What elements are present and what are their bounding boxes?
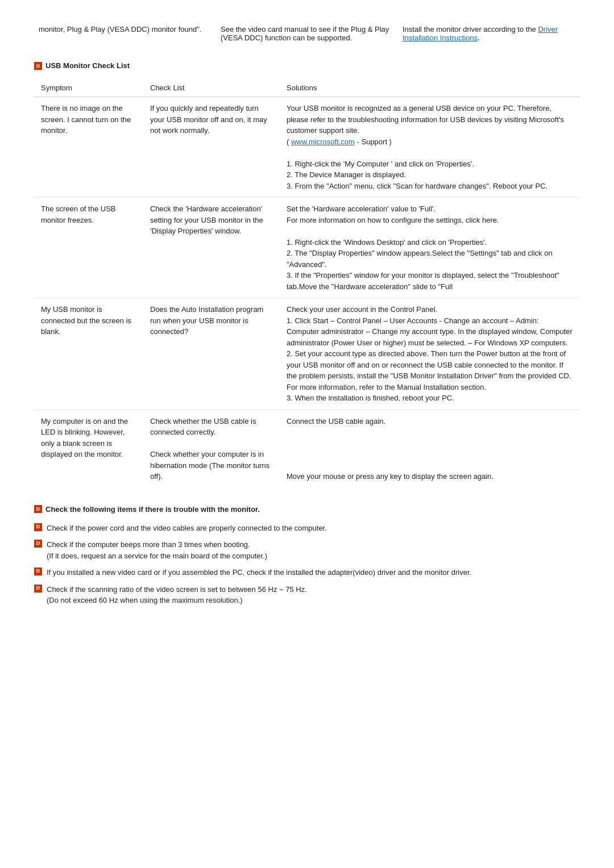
col-header-solutions: Solutions	[280, 79, 580, 97]
checklist-cell: Check whether the USB cable is connected…	[143, 410, 280, 488]
table-row: The screen of the USB monitor freezes.Ch…	[34, 198, 580, 298]
list-item-main-text: Check if the power cord and the video ca…	[47, 524, 327, 532]
list-item-text: Check if the power cord and the video ca…	[47, 523, 327, 534]
list-item-sub-text: (If it does, request an a service for th…	[47, 550, 267, 562]
list-item: DCheck if the power cord and the video c…	[34, 523, 580, 534]
bullet-icon: D	[34, 567, 42, 575]
intro-col2: See the video card manual to see if the …	[216, 23, 398, 44]
solutions-cell: Your USB monitor is recognized as a gene…	[280, 97, 580, 198]
microsoft-link[interactable]: www.microsoft.com	[291, 137, 355, 146]
symptom-cell: My USB monitor is connected but the scre…	[34, 298, 143, 410]
col-header-checklist: Check List	[143, 79, 280, 97]
usb-section-title: USB Monitor Check List	[45, 61, 130, 70]
bottom-checklist: DCheck if the power cord and the video c…	[34, 523, 580, 606]
table-row: My USB monitor is connected but the scre…	[34, 298, 580, 410]
list-item-main-text: Check if the computer beeps more than 3 …	[47, 540, 250, 549]
bullet-icon: D	[34, 523, 42, 531]
list-item: DCheck if the scanning ratio of the vide…	[34, 584, 580, 606]
solutions-cell: Set the 'Hardware acceleration' value to…	[280, 198, 580, 298]
checklist-cell: If you quickly and repeatedly turn your …	[143, 97, 280, 198]
list-item-text: If you installed a new video card or if …	[47, 567, 471, 578]
check-table: Symptom Check List Solutions There is no…	[34, 79, 580, 488]
usb-section-header: D USB Monitor Check List	[34, 61, 580, 70]
bottom-section: D Check the following items if there is …	[34, 505, 580, 606]
table-row: There is no image on the screen. I canno…	[34, 97, 580, 198]
solutions-cell: Connect the USB cable again. Move your m…	[280, 410, 580, 488]
bottom-section-header: D Check the following items if there is …	[34, 505, 580, 514]
bottom-section-title: Check the following items if there is tr…	[45, 505, 260, 514]
list-item: DIf you installed a new video card or if…	[34, 567, 580, 578]
bottom-section-icon: D	[34, 505, 42, 513]
checklist-cell: Does the Auto Installation program run w…	[143, 298, 280, 410]
list-item-sub-text: (Do not exceed 60 Hz when using the maxi…	[47, 595, 307, 606]
list-item: DCheck if the computer beeps more than 3…	[34, 539, 580, 561]
intro-table: monitor, Plug & Play (VESA DDC) monitor …	[34, 23, 580, 44]
checklist-cell: Check the 'Hardware acceleration' settin…	[143, 198, 280, 298]
intro-col3-prefix: Install the monitor driver according to …	[403, 25, 538, 34]
list-item-main-text: If you installed a new video card or if …	[47, 568, 471, 577]
list-item-main-text: Check if the scanning ratio of the video…	[47, 585, 307, 594]
intro-col3: Install the monitor driver according to …	[398, 23, 580, 44]
usb-section-icon: D	[34, 62, 42, 70]
symptom-cell: There is no image on the screen. I canno…	[34, 97, 143, 198]
col-header-symptom: Symptom	[34, 79, 143, 97]
list-item-text: Check if the scanning ratio of the video…	[47, 584, 307, 606]
solutions-cell: Check your user account in the Control P…	[280, 298, 580, 410]
list-item-text: Check if the computer beeps more than 3 …	[47, 539, 267, 561]
intro-col3-suffix: .	[478, 34, 480, 42]
symptom-cell: My computer is on and the LED is blinkin…	[34, 410, 143, 488]
bullet-icon: D	[34, 585, 42, 592]
intro-col1: monitor, Plug & Play (VESA DDC) monitor …	[34, 23, 216, 44]
bullet-icon: D	[34, 540, 42, 548]
table-row: My computer is on and the LED is blinkin…	[34, 410, 580, 488]
symptom-cell: The screen of the USB monitor freezes.	[34, 198, 143, 298]
